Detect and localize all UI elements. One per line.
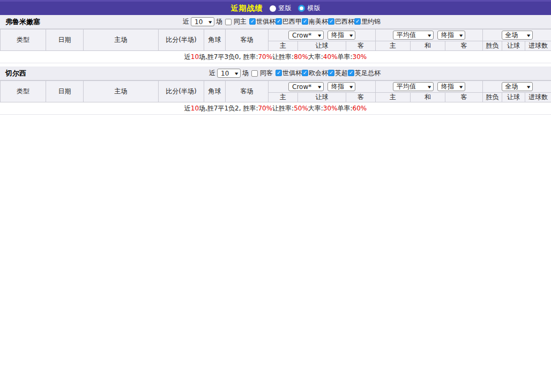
sub-header-odds-home: 主 xyxy=(269,41,298,51)
avg-time-select[interactable]: 终指▾ xyxy=(437,82,465,91)
sub-header-handicap: 让球 xyxy=(298,93,346,102)
sub-header-avg-away: 客 xyxy=(445,41,483,51)
summary-part: 60% xyxy=(353,105,367,112)
summary-line: 近10场,胜7平1负2, 胜率:70% 让胜率:50% 大率:30% 单率:60… xyxy=(0,102,551,115)
avg-source-select[interactable]: 平均值▾ xyxy=(393,82,434,91)
near-label: 近 xyxy=(209,69,215,78)
chevron-down-icon: ▾ xyxy=(209,19,212,25)
sub-header-result: 胜负 xyxy=(483,93,502,102)
checkbox-checked-icon xyxy=(328,18,334,25)
chevron-down-icon: ▾ xyxy=(460,84,463,90)
checkbox-checked-icon xyxy=(328,70,334,76)
avg-source-select[interactable]: 平均值▾ xyxy=(393,31,434,40)
scope-select[interactable]: 全场▾ xyxy=(502,82,533,91)
scope-controls: 全场▾ xyxy=(483,29,551,41)
odds-controls: Crow*▾ 终指▾ xyxy=(269,81,376,93)
same-away-checkbox[interactable]: 同客 xyxy=(251,69,273,78)
chevron-down-icon: ▾ xyxy=(318,33,322,38)
avg-time-select[interactable]: 终指▾ xyxy=(437,31,465,40)
summary-part: 10 xyxy=(191,53,199,61)
summary-part: 场,胜7平1负2, 胜率: xyxy=(199,104,258,113)
games-count-select[interactable]: 10▾ xyxy=(217,69,241,78)
league-checkbox-英超[interactable]: 英超 xyxy=(328,69,348,78)
sub-header-odds-away: 客 xyxy=(346,93,376,102)
sub-header-avg-draw: 和 xyxy=(411,41,445,51)
checkbox-unchecked-icon xyxy=(225,19,232,25)
checkbox-checked-icon xyxy=(302,70,308,76)
league-checkbox-世俱杯[interactable]: 世俱杯 xyxy=(249,17,276,26)
odds-time-select[interactable]: 终指▾ xyxy=(327,31,355,40)
games-count-select[interactable]: 10▾ xyxy=(191,17,214,26)
avg-controls: 平均值▾ 终指▾ xyxy=(376,81,483,93)
league-checkbox-label: 里约锦 xyxy=(361,17,381,26)
sub-header-goals: 进球数 xyxy=(525,41,551,51)
radio-horizontal-layout[interactable]: 横版 xyxy=(298,4,321,13)
league-checkbox-里约锦[interactable]: 里约锦 xyxy=(354,17,381,26)
odds-company-select[interactable]: Crow*▾ xyxy=(288,82,324,91)
summary-part: 30% xyxy=(323,105,338,112)
league-checkbox-label: 英超 xyxy=(335,69,348,78)
checkbox-checked-icon xyxy=(302,18,308,25)
scope-select[interactable]: 全场▾ xyxy=(502,31,533,40)
radio-horizontal-label: 横版 xyxy=(308,4,321,13)
checkbox-checked-icon xyxy=(276,70,282,76)
chevron-down-icon: ▾ xyxy=(428,33,431,38)
sub-header-handicap-result: 让球 xyxy=(502,41,525,51)
league-checkbox-世俱杯[interactable]: 世俱杯 xyxy=(276,69,302,78)
radio-vertical-label: 竖版 xyxy=(279,4,292,13)
games-label: 场 xyxy=(242,69,249,78)
league-checkbox-label: 南美杯 xyxy=(309,17,328,26)
odds-time-select[interactable]: 终指▾ xyxy=(327,82,355,91)
sub-header-odds-home: 主 xyxy=(269,93,298,102)
league-checkbox-南美杯[interactable]: 南美杯 xyxy=(302,17,328,26)
matches-table: 类型 日期 主场 比分(半场) 角球 客场 Crow*▾ 终指▾ 平均值▾ 终指… xyxy=(0,29,551,51)
league-checkbox-label: 巴西杯 xyxy=(335,17,354,26)
section-fluminense: 弗鲁米嫩塞 近 10▾ 场 同主 世俱杯巴西甲南美杯巴西杯里约锦 类型 日期 主… xyxy=(0,15,551,63)
league-checkbox-巴西杯[interactable]: 巴西杯 xyxy=(328,17,354,26)
sub-header-avg-draw: 和 xyxy=(411,93,445,102)
league-filter-group: 世俱杯欧会杯英超英足总杯 xyxy=(276,69,381,78)
scope-controls: 全场▾ xyxy=(483,81,551,93)
summary-part: 大率: xyxy=(308,53,323,62)
team-name: 弗鲁米嫩塞 xyxy=(5,17,40,27)
league-checkbox-label: 巴西甲 xyxy=(282,17,302,26)
col-header-score: 比分(半场) xyxy=(159,29,204,51)
league-checkbox-label: 欧会杯 xyxy=(309,69,328,78)
odds-controls: Crow*▾ 终指▾ xyxy=(269,29,376,41)
col-header-score: 比分(半场) xyxy=(159,81,204,102)
chevron-down-icon: ▾ xyxy=(235,71,239,76)
section-chelsea: 切尔西 近 10▾ 场 同客 世俱杯欧会杯英超英足总杯 类型 日期 主场 比 xyxy=(0,66,551,115)
league-filter-group: 世俱杯巴西甲南美杯巴西杯里约锦 xyxy=(249,17,381,27)
odds-company-select[interactable]: Crow*▾ xyxy=(288,31,324,40)
league-checkbox-英足总杯[interactable]: 英足总杯 xyxy=(348,69,381,78)
sub-header-handicap: 让球 xyxy=(298,41,346,51)
summary-part: 80% xyxy=(294,53,308,61)
radio-selected-icon xyxy=(298,5,305,12)
league-checkbox-巴西甲[interactable]: 巴西甲 xyxy=(276,17,302,26)
checkbox-checked-icon xyxy=(249,18,256,25)
col-header-date: 日期 xyxy=(46,29,84,51)
chevron-down-icon: ▾ xyxy=(350,84,353,90)
summary-part: 50% xyxy=(294,105,308,112)
col-header-type: 类型 xyxy=(1,81,46,102)
league-checkbox-欧会杯[interactable]: 欧会杯 xyxy=(302,69,328,78)
sub-header-avg-away: 客 xyxy=(445,93,483,102)
col-header-type: 类型 xyxy=(1,29,46,51)
summary-line: 近10场,胜7平3负0, 胜率:70% 让胜率:80% 大率:40% 单率:30… xyxy=(0,51,551,63)
chevron-down-icon: ▾ xyxy=(428,84,431,90)
league-checkbox-label: 世俱杯 xyxy=(282,69,302,78)
team-band: 切尔西 近 10▾ 场 同客 世俱杯欧会杯英超英足总杯 xyxy=(0,66,551,80)
col-header-date: 日期 xyxy=(46,81,84,102)
summary-part: 近 xyxy=(184,104,191,113)
filter-bar: 近 10▾ 场 同主 世俱杯巴西甲南美杯巴西杯里约锦 xyxy=(183,17,381,27)
summary-part: 单率: xyxy=(338,104,353,113)
games-label: 场 xyxy=(216,17,222,26)
summary-part: 70% xyxy=(258,105,272,112)
team-band: 弗鲁米嫩塞 近 10▾ 场 同主 世俱杯巴西甲南美杯巴西杯里约锦 xyxy=(0,15,551,29)
chevron-down-icon: ▾ xyxy=(527,84,530,90)
chevron-down-icon: ▾ xyxy=(460,33,463,38)
radio-vertical-layout[interactable]: 竖版 xyxy=(270,4,292,13)
same-home-checkbox[interactable]: 同主 xyxy=(225,17,247,26)
filter-bar: 近 10▾ 场 同客 世俱杯欧会杯英超英足总杯 xyxy=(209,69,381,78)
col-header-home: 主场 xyxy=(84,29,159,51)
